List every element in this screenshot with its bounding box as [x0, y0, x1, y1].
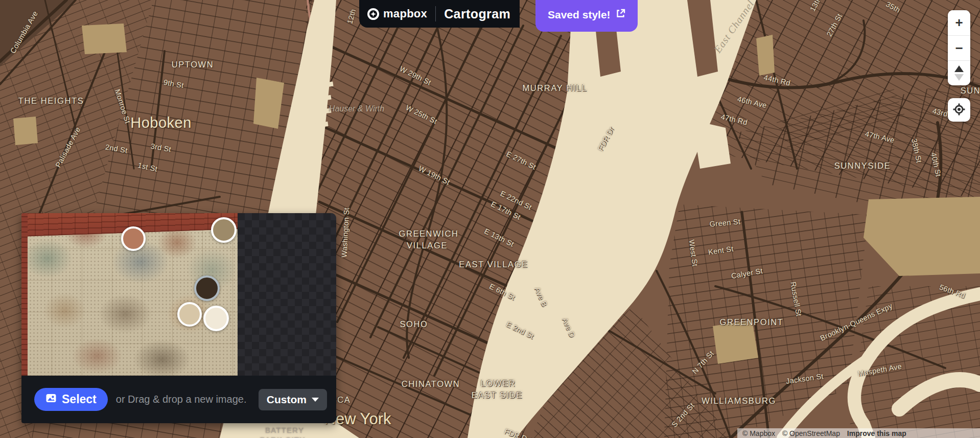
photo-brick-column [21, 213, 28, 376]
geolocate-button[interactable] [948, 98, 970, 122]
cartogram-app: UPTOWNTHE HEIGHTSMURRAY HILLGREENWICHVIL… [0, 0, 980, 438]
color-swatch-dark-brown[interactable] [194, 275, 220, 301]
drag-drop-hint: or Drag & drop a new image. [116, 394, 247, 405]
preset-dropdown[interactable]: Custom [259, 389, 327, 410]
header-brand-pill: mapbox Cartogram [359, 0, 520, 28]
color-swatch-light-tan[interactable] [177, 302, 202, 327]
saved-style-label: Saved style! [548, 9, 611, 21]
zoom-control-group: + − [948, 10, 970, 85]
compass-icon [954, 65, 964, 81]
external-link-icon [616, 9, 625, 21]
zoom-in-button[interactable]: + [948, 10, 970, 35]
color-swatch-olive[interactable] [211, 217, 237, 243]
image-dropzone[interactable] [21, 213, 336, 376]
saved-style-button[interactable]: Saved style! [535, 0, 638, 32]
select-label: Select [62, 393, 97, 406]
app-title: Cartogram [444, 7, 510, 21]
compass-button[interactable] [948, 60, 970, 85]
chevron-down-icon [312, 398, 319, 402]
source-image[interactable] [21, 213, 238, 376]
image-panel-toolbar: Select or Drag & drop a new image. Custo… [21, 376, 336, 423]
minus-icon: − [955, 40, 963, 56]
image-icon [45, 393, 57, 407]
plus-icon: + [955, 15, 963, 31]
header-divider [435, 6, 436, 21]
attrib-mapbox[interactable]: © Mapbox [742, 429, 775, 437]
map-attribution: © Mapbox © OpenStreetMap Improve this ma… [737, 428, 980, 438]
attrib-osm[interactable]: © OpenStreetMap [782, 429, 840, 437]
color-swatch-terracotta[interactable] [121, 226, 146, 251]
mapbox-logo-icon [367, 8, 379, 20]
geolocate-icon [952, 103, 966, 118]
transparency-checkerboard [238, 213, 336, 376]
color-swatch-cream[interactable] [203, 306, 229, 331]
select-image-button[interactable]: Select [34, 388, 108, 411]
image-style-panel: Select or Drag & drop a new image. Custo… [21, 213, 336, 423]
zoom-out-button[interactable]: − [948, 35, 970, 60]
brand-name: mapbox [383, 7, 427, 20]
improve-map-link[interactable]: Improve this map [847, 429, 906, 437]
preset-label: Custom [267, 394, 307, 406]
